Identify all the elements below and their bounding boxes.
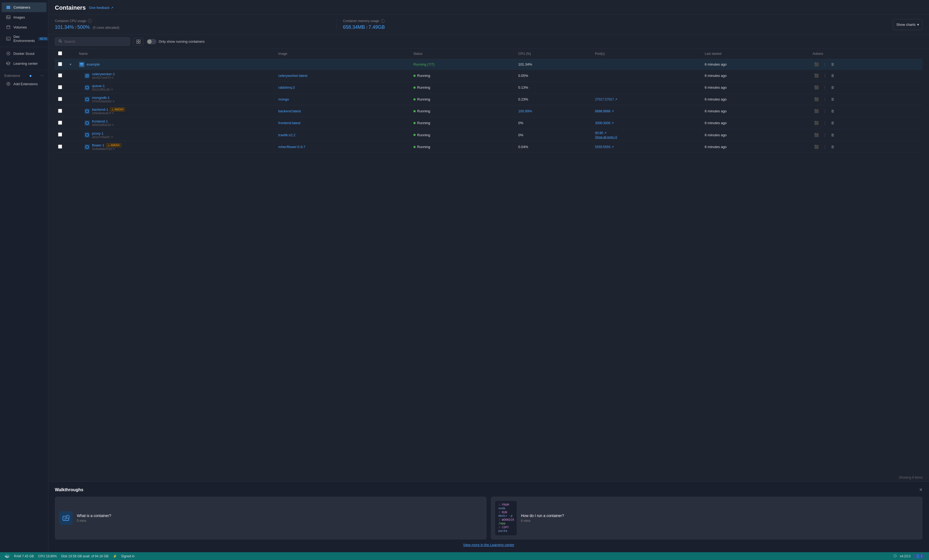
col-header-status[interactable]: Status bbox=[410, 49, 515, 59]
container-more-button[interactable]: ⋮ bbox=[822, 108, 828, 114]
copy-id-icon[interactable]: ⧉ bbox=[112, 112, 114, 115]
col-header-last-started[interactable]: Last started bbox=[702, 49, 809, 59]
container-stop-button[interactable]: ⬛ bbox=[812, 108, 820, 114]
sidebar-item-containers[interactable]: Containers bbox=[2, 2, 46, 12]
cpu-info-icon[interactable]: i bbox=[88, 19, 92, 23]
sidebar-item-docker-scout[interactable]: Docker Scout bbox=[2, 49, 46, 58]
row-checkbox[interactable] bbox=[58, 145, 62, 148]
container-stop-button[interactable]: ⬛ bbox=[812, 144, 820, 150]
feedback-link[interactable]: Give feedback ↗ bbox=[89, 6, 113, 10]
port-link[interactable]: 3000:3000 ↗ bbox=[595, 121, 698, 125]
grid-view-button[interactable] bbox=[133, 38, 144, 46]
container-name[interactable]: mongodb-1 bbox=[92, 96, 110, 100]
container-stop-button[interactable]: ⬛ bbox=[812, 132, 820, 138]
container-more-button[interactable]: ⋮ bbox=[822, 85, 828, 90]
amd64-badge: ⚠ AMD64 bbox=[106, 143, 121, 147]
walkthroughs-close-button[interactable]: ✕ bbox=[919, 487, 923, 492]
col-header-name[interactable]: Name bbox=[76, 49, 275, 59]
add-extensions-icon bbox=[6, 81, 11, 86]
sidebar-item-volumes[interactable]: Volumes bbox=[2, 22, 46, 32]
port-link[interactable]: 5555:5555 ↗ bbox=[595, 145, 698, 149]
container-stop-button[interactable]: ⬛ bbox=[812, 96, 820, 102]
container-image[interactable]: rabbitmq:3 bbox=[278, 86, 294, 89]
copy-id-icon[interactable]: ⧉ bbox=[113, 100, 115, 103]
container-image[interactable]: mongo bbox=[278, 97, 289, 101]
col-header-cpu[interactable]: CPU (%) bbox=[515, 49, 592, 59]
container-more-button[interactable]: ⋮ bbox=[822, 144, 828, 150]
container-image[interactable]: traefik:v2.2 bbox=[278, 133, 296, 137]
group-stop-button[interactable]: ⬛ bbox=[812, 61, 820, 67]
show-all-ports[interactable]: Show all ports (2 bbox=[595, 135, 698, 139]
col-header-image[interactable]: Image bbox=[275, 49, 410, 59]
port-link[interactable]: 80:80 ↗ bbox=[595, 131, 698, 135]
container-name[interactable]: celeryworker-1 bbox=[92, 72, 115, 76]
sidebar-item-images[interactable]: Images bbox=[2, 12, 46, 22]
table-row: ▾ example Running (7/7) 1 bbox=[55, 59, 923, 70]
container-delete-button[interactable]: 🗑 bbox=[829, 132, 836, 138]
external-link-icon: ↗ bbox=[111, 6, 113, 10]
col-header-ports[interactable]: Port(s) bbox=[592, 49, 702, 59]
search-input[interactable] bbox=[64, 40, 127, 44]
copy-id-icon[interactable]: ⧉ bbox=[111, 135, 113, 139]
group-more-button[interactable]: ⋮ bbox=[822, 61, 828, 67]
group-expand-button[interactable]: ▾ bbox=[69, 61, 72, 67]
copy-id-icon[interactable]: ⧉ bbox=[112, 123, 114, 127]
chevron-down-icon: ▾ bbox=[917, 23, 919, 27]
sidebar-item-learning-center[interactable]: Learning center bbox=[2, 58, 46, 68]
select-all-checkbox[interactable] bbox=[58, 51, 62, 55]
toolbar: Only show running containers bbox=[48, 35, 929, 49]
container-image[interactable]: backend:latest bbox=[278, 109, 301, 113]
container-image[interactable]: frontend:latest bbox=[278, 121, 300, 125]
container-image[interactable]: mher/flower:0.9.7 bbox=[278, 145, 305, 149]
container-status: Running bbox=[414, 145, 430, 149]
walkthrough-card-1[interactable]: ? What is a container? 5 mins bbox=[55, 497, 486, 540]
sidebar-divider-2 bbox=[0, 70, 48, 70]
container-more-button[interactable]: ⋮ bbox=[822, 73, 828, 78]
view-more-link[interactable]: View more in the Learning center bbox=[55, 543, 923, 547]
group-name[interactable]: example bbox=[87, 62, 100, 66]
container-more-button[interactable]: ⋮ bbox=[822, 132, 828, 138]
copy-id-icon[interactable]: ⧉ bbox=[111, 88, 113, 91]
container-stop-button[interactable]: ⬛ bbox=[812, 73, 820, 78]
container-delete-button[interactable]: 🗑 bbox=[829, 85, 836, 90]
extensions-menu-btn[interactable]: ⋯ bbox=[41, 74, 44, 78]
svg-point-4 bbox=[7, 16, 8, 17]
container-stop-button[interactable]: ⬛ bbox=[812, 120, 820, 126]
port-link[interactable]: 27017:27017 ↗ bbox=[595, 98, 698, 101]
row-checkbox[interactable] bbox=[58, 133, 62, 136]
mem-info-icon[interactable]: i bbox=[381, 19, 385, 23]
sidebar-item-dev-environments[interactable]: Dev Environments BETA bbox=[2, 32, 46, 45]
copy-id-icon[interactable]: ⧉ bbox=[113, 147, 115, 150]
container-name[interactable]: flower-1 bbox=[92, 143, 104, 147]
container-delete-button[interactable]: 🗑 bbox=[829, 144, 836, 150]
container-name[interactable]: frontend-1 bbox=[92, 119, 108, 123]
container-image[interactable]: celeryworker:latest bbox=[278, 73, 307, 78]
container-name[interactable]: queue-1 bbox=[92, 84, 105, 88]
container-delete-button[interactable]: 🗑 bbox=[829, 73, 836, 78]
row-checkbox[interactable] bbox=[58, 121, 62, 125]
row-checkbox[interactable] bbox=[58, 109, 62, 113]
container-delete-button[interactable]: 🗑 bbox=[829, 108, 836, 114]
group-delete-button[interactable]: 🗑 bbox=[829, 61, 836, 67]
port-link[interactable]: 8888:8888 ↗ bbox=[595, 109, 698, 113]
search-box[interactable] bbox=[55, 37, 130, 46]
row-checkbox[interactable] bbox=[58, 62, 62, 66]
container-name[interactable]: backend-1 bbox=[92, 107, 108, 112]
container-stop-button[interactable]: ⬛ bbox=[812, 85, 820, 90]
container-delete-button[interactable]: 🗑 bbox=[829, 96, 836, 102]
copy-id-icon[interactable]: ⧉ bbox=[112, 76, 113, 79]
show-charts-button[interactable]: Show charts ▾ bbox=[893, 19, 923, 30]
container-name[interactable]: proxy-1 bbox=[92, 132, 103, 135]
row-checkbox[interactable] bbox=[58, 73, 62, 77]
svg-point-8 bbox=[8, 53, 9, 54]
container-more-button[interactable]: ⋮ bbox=[822, 120, 828, 126]
container-more-button[interactable]: ⋮ bbox=[822, 96, 828, 102]
row-checkbox[interactable] bbox=[58, 85, 62, 89]
sidebar-item-add-extensions[interactable]: Add Extensions bbox=[2, 79, 46, 89]
row-checkbox[interactable] bbox=[58, 97, 62, 101]
mem-stat-block: Container memory usage i 658.34MB / 7.49… bbox=[343, 19, 618, 30]
container-delete-button[interactable]: 🗑 bbox=[829, 120, 836, 126]
walkthrough-card-2[interactable]: 1FROM node 2RUN mkdir -p 3WORKDIR /app 4… bbox=[491, 497, 923, 540]
docker-whale-icon: 🐳 bbox=[4, 554, 10, 558]
running-toggle[interactable] bbox=[147, 39, 156, 44]
